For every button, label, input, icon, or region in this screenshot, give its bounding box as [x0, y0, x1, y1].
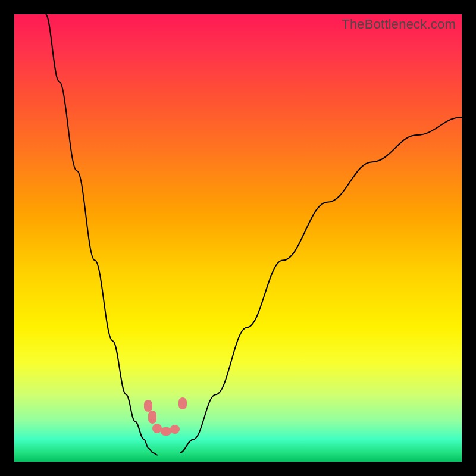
marker-blob	[178, 397, 187, 409]
curve-layer	[14, 14, 462, 462]
marker-blob	[144, 400, 152, 412]
right-curve	[180, 117, 462, 453]
chart-frame: TheBottleneck.com	[14, 14, 462, 462]
marker-blob	[148, 411, 156, 424]
left-curve	[46, 14, 158, 455]
marker-blob	[170, 425, 180, 434]
